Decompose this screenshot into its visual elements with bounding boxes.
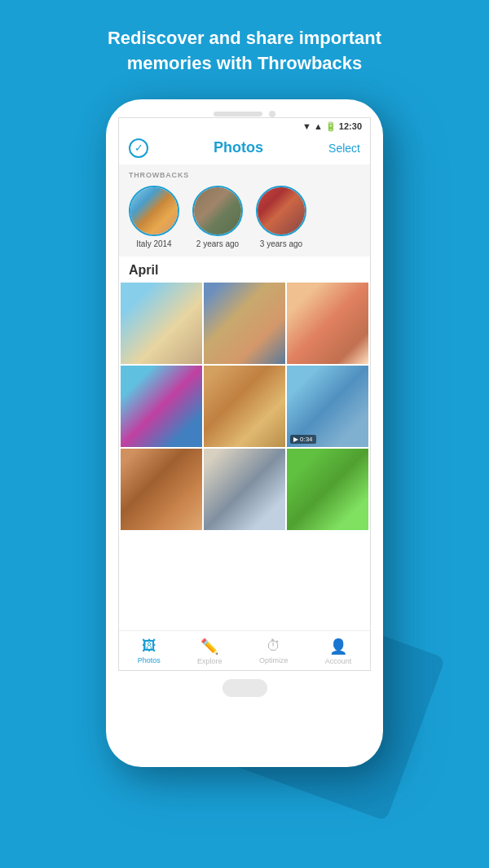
camera-dot [269, 111, 275, 117]
photo-cell-4[interactable] [204, 366, 285, 447]
status-time: 12:30 [339, 121, 362, 131]
photos-nav-icon: 🖼 [142, 638, 156, 655]
photo-grid: ▶ 0:34 [119, 283, 370, 530]
photo-cell-6[interactable] [121, 449, 202, 530]
throwback-caption-2: 3 years ago [260, 239, 302, 248]
explore-nav-icon: ✏️ [200, 638, 218, 655]
photos-nav-label: Photos [138, 656, 161, 664]
top-nav: ✓ Photos Select [119, 135, 370, 164]
speaker [214, 112, 262, 116]
photo-cell-8[interactable] [287, 449, 368, 530]
photo-cell-3[interactable] [121, 366, 202, 447]
check-icon[interactable]: ✓ [129, 138, 148, 158]
page-title: Photos [214, 139, 263, 156]
signal-icon: ▲ [314, 121, 323, 131]
phone-screen: ▼ ▲ 🔋 12:30 ✓ Photos Select THROWBACKS I… [118, 117, 371, 671]
explore-nav-label: Explore [197, 657, 222, 665]
throwbacks-section: THROWBACKS Italy 2014 2 years ago [119, 164, 370, 256]
phone-shell: ▼ ▲ 🔋 12:30 ✓ Photos Select THROWBACKS I… [106, 99, 383, 767]
play-icon: ▶ [293, 436, 298, 443]
throwback-cat[interactable]: 2 years ago [192, 186, 243, 248]
account-nav-label: Account [325, 657, 352, 665]
month-label: April [119, 256, 370, 283]
photos-area: April ▶ 0:34 [119, 256, 370, 630]
throwback-circle-2 [256, 186, 306, 236]
photo-cell-0[interactable] [121, 283, 202, 364]
throwback-circle-0 [129, 186, 179, 236]
phone-top-bar [106, 99, 383, 117]
throwbacks-row: Italy 2014 2 years ago 3 years ago [129, 186, 360, 248]
throwback-circle-1 [192, 186, 243, 236]
video-duration: 0:34 [300, 436, 313, 443]
nav-item-photos[interactable]: 🖼 Photos [138, 638, 161, 664]
status-icons: ▼ ▲ 🔋 12:30 [302, 121, 362, 132]
photo-cell-7[interactable] [204, 449, 285, 530]
nav-item-optimize[interactable]: ⏱ Optimize [259, 638, 289, 664]
nav-item-account[interactable]: 👤 Account [325, 638, 352, 665]
battery-icon: 🔋 [325, 121, 337, 132]
home-button[interactable] [222, 679, 267, 697]
throwback-img-0 [130, 187, 178, 235]
bottom-nav: 🖼 Photos ✏️ Explore ⏱ Optimize 👤 Account [119, 630, 370, 670]
throwback-caption-0: Italy 2014 [136, 239, 171, 248]
throwback-caption-1: 2 years ago [196, 239, 239, 248]
throwback-building[interactable]: 3 years ago [256, 186, 306, 248]
wifi-icon: ▼ [302, 121, 311, 131]
nav-item-explore[interactable]: ✏️ Explore [197, 638, 222, 665]
throwbacks-label: THROWBACKS [129, 171, 360, 179]
throwback-img-1 [194, 187, 241, 235]
headline: Rediscover and share important memories … [75, 26, 414, 77]
video-duration-badge: ▶ 0:34 [290, 435, 316, 444]
optimize-nav-icon: ⏱ [267, 638, 281, 655]
photo-cell-1[interactable] [204, 283, 285, 364]
throwback-img-2 [258, 187, 305, 235]
photo-cell-5[interactable]: ▶ 0:34 [287, 366, 368, 447]
status-bar: ▼ ▲ 🔋 12:30 [119, 118, 370, 135]
select-button[interactable]: Select [328, 142, 360, 155]
photo-cell-2[interactable] [287, 283, 368, 364]
optimize-nav-label: Optimize [259, 656, 289, 664]
account-nav-icon: 👤 [329, 638, 347, 655]
throwback-italy[interactable]: Italy 2014 [129, 186, 179, 248]
